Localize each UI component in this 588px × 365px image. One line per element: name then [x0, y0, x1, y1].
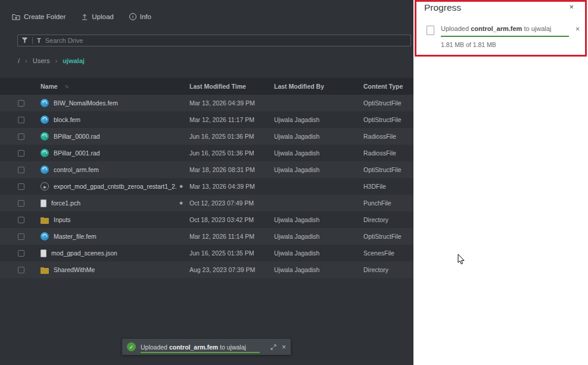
row-checkbox-cell	[18, 267, 36, 273]
create-folder-icon	[12, 13, 20, 20]
row-checkbox[interactable]	[18, 233, 24, 240]
content-type: Directory	[363, 266, 413, 273]
last-modified-time: Mar 13, 2026 04:39 PM	[189, 99, 274, 107]
column-name-label: Name	[41, 83, 58, 90]
info-button[interactable]: Info	[129, 13, 151, 20]
row-checkbox[interactable]	[18, 200, 24, 207]
app-window: Create Folder Upload Info T Search Drive	[0, 0, 588, 365]
file-type-icon	[41, 99, 49, 107]
file-name: export_mod_gpad_cntstb_zeroa_restart1_2.…	[54, 183, 176, 190]
toast-prefix: Uploaded	[141, 344, 169, 351]
row-checkbox[interactable]	[18, 250, 24, 257]
table-row[interactable]: export_mod_gpad_cntstb_zeroa_restart1_2.…	[0, 178, 413, 195]
file-name-cell[interactable]: SharedWithMe	[36, 266, 179, 274]
file-name-cell[interactable]: BPillar_0000.rad	[36, 132, 179, 141]
progress-suffix: to ujwalaj	[522, 25, 551, 32]
file-type-icon	[41, 268, 49, 274]
content-type: OptiStructFile	[363, 166, 413, 173]
progress-panel-close-icon[interactable]: ×	[569, 3, 574, 11]
file-type-icon	[41, 149, 49, 157]
row-checkbox[interactable]	[18, 267, 24, 273]
row-checkbox-cell	[18, 250, 36, 257]
toast-close-icon[interactable]: ×	[282, 344, 286, 351]
file-name: SharedWithMe	[54, 266, 95, 273]
last-modified-by: Ujwala Jagadish	[274, 233, 363, 240]
column-header-modified-by[interactable]: Last Modified By	[274, 83, 363, 90]
filter-icon[interactable]	[21, 35, 28, 46]
table-row[interactable]: control_arm.fem Mar 18, 2026 08:31 PM Uj…	[0, 161, 413, 178]
table-row[interactable]: BPillar_0000.rad Jun 16, 2025 01:36 PM U…	[0, 128, 413, 145]
row-checkbox[interactable]	[18, 100, 24, 107]
progress-item-close-icon[interactable]: ×	[575, 26, 580, 48]
file-name-cell[interactable]: block.fem	[36, 116, 179, 124]
table-row[interactable]: mod_gpad_scenes.json Jun 16, 2025 01:35 …	[0, 245, 413, 261]
success-check-icon: ✓	[127, 342, 136, 351]
content-type: OptiStructFile	[363, 233, 413, 240]
file-name-cell[interactable]: Inputs	[36, 216, 179, 224]
star-icon: ★	[179, 200, 189, 206]
file-name-cell[interactable]: BIW_NomalModes.fem	[36, 99, 179, 107]
file-name: BPillar_0000.rad	[54, 133, 100, 140]
content-type: Directory	[363, 216, 413, 223]
row-checkbox-cell	[18, 167, 36, 173]
upload-button[interactable]: Upload	[81, 13, 113, 20]
row-checkbox[interactable]	[18, 133, 24, 140]
upload-label: Upload	[92, 13, 113, 20]
table-row[interactable]: BPillar_0001.rad Jun 16, 2025 01:36 PM U…	[0, 145, 413, 161]
file-name-cell[interactable]: export_mod_gpad_cntstb_zeroa_restart1_2.…	[36, 182, 179, 191]
column-header-name[interactable]: Name ↑↓	[36, 83, 179, 90]
last-modified-time: Jun 16, 2025 01:35 PM	[189, 249, 274, 257]
progress-prefix: Uploaded	[441, 25, 471, 32]
create-folder-label: Create Folder	[24, 13, 66, 20]
text-filter-icon[interactable]: T	[37, 37, 41, 44]
progress-item: Uploaded control_arm.fem to ujwalaj 1.81…	[427, 25, 580, 48]
toolbar: Create Folder Upload Info	[0, 0, 413, 27]
chevron-right-icon: ›	[55, 57, 57, 64]
last-modified-by: Ujwala Jagadish	[274, 133, 363, 140]
row-checkbox-cell	[18, 133, 36, 140]
table-row[interactable]: Master_file.fem Mar 12, 2026 11:14 PM Uj…	[0, 228, 413, 245]
chevron-right-icon: ›	[25, 57, 27, 64]
file-name-cell[interactable]: control_arm.fem	[36, 166, 179, 174]
file-name-cell[interactable]: Master_file.fem	[36, 232, 179, 241]
column-header-modified-time[interactable]: Last Modified Time	[189, 83, 274, 90]
expand-icon[interactable]	[270, 342, 276, 352]
table-row[interactable]: BIW_NomalModes.fem Mar 13, 2026 04:39 PM…	[0, 95, 413, 111]
content-type: PunchFile	[363, 199, 413, 207]
search-bar[interactable]: T Search Drive	[17, 35, 411, 46]
table-row[interactable]: SharedWithMe Aug 23, 2023 07:39 PM Ujwal…	[0, 261, 413, 278]
column-header-content-type[interactable]: Content Type	[363, 83, 413, 90]
progress-item-message: Uploaded control_arm.fem to ujwalaj	[441, 25, 569, 32]
progress-filename: control_arm.fem	[471, 25, 522, 32]
row-checkbox[interactable]	[18, 217, 24, 223]
last-modified-time: Jun 16, 2025 01:36 PM	[189, 149, 274, 157]
table-row[interactable]: block.fem Mar 12, 2026 11:17 PM Ujwala J…	[0, 111, 413, 128]
content-type: RadiossFile	[363, 133, 413, 140]
last-modified-time: Aug 23, 2023 07:39 PM	[189, 266, 274, 273]
breadcrumb-users[interactable]: Users	[33, 57, 50, 64]
row-checkbox[interactable]	[18, 117, 24, 123]
row-checkbox[interactable]	[18, 183, 24, 190]
progress-panel-title: Progress	[424, 2, 461, 13]
file-name-cell[interactable]: BPillar_0001.rad	[36, 149, 179, 157]
file-name-cell[interactable]: mod_gpad_scenes.json	[36, 249, 179, 257]
file-name: Inputs	[54, 216, 71, 223]
last-modified-time: Mar 13, 2026 04:39 PM	[189, 183, 274, 190]
table-row[interactable]: force1.pch ★ Oct 12, 2023 07:49 PM Punch…	[0, 195, 413, 211]
toast-filename: control_arm.fem	[169, 344, 218, 351]
progress-panel: Progress × Uploaded control_arm.fem to u…	[413, 0, 588, 365]
create-folder-button[interactable]: Create Folder	[12, 13, 66, 20]
row-checkbox[interactable]	[18, 150, 24, 157]
last-modified-by: Ujwala Jagadish	[274, 116, 363, 123]
sort-icon[interactable]: ↑↓	[65, 84, 69, 89]
file-type-icon	[41, 116, 49, 124]
row-checkbox-cell	[18, 217, 36, 223]
table-row[interactable]: Inputs Oct 18, 2023 03:42 PM Ujwala Jaga…	[0, 211, 413, 228]
file-name-cell[interactable]: force1.pch	[36, 199, 179, 207]
last-modified-by: Ujwala Jagadish	[274, 266, 363, 273]
table-header: Name ↑↓ Last Modified Time Last Modified…	[0, 78, 413, 95]
breadcrumb-current[interactable]: ujwalaj	[63, 57, 85, 64]
row-checkbox[interactable]	[18, 167, 24, 173]
search-input[interactable]: Search Drive	[45, 37, 83, 44]
breadcrumb-root[interactable]: /	[18, 57, 20, 64]
